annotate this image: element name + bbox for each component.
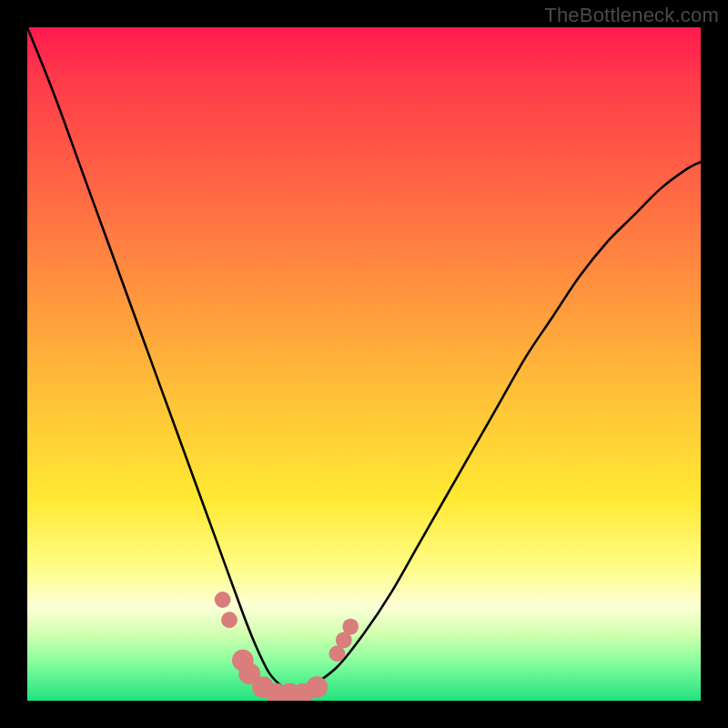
curve-marker	[306, 676, 328, 698]
attribution-label: TheBottleneck.com	[544, 4, 719, 27]
curve-markers	[215, 592, 359, 701]
curve-marker	[342, 619, 359, 635]
chart-plot-area	[27, 27, 701, 701]
bottleneck-curve	[27, 27, 701, 694]
curve-marker	[221, 612, 238, 628]
chart-frame: TheBottleneck.com	[0, 0, 728, 728]
chart-svg	[27, 27, 701, 701]
curve-marker	[215, 592, 231, 608]
